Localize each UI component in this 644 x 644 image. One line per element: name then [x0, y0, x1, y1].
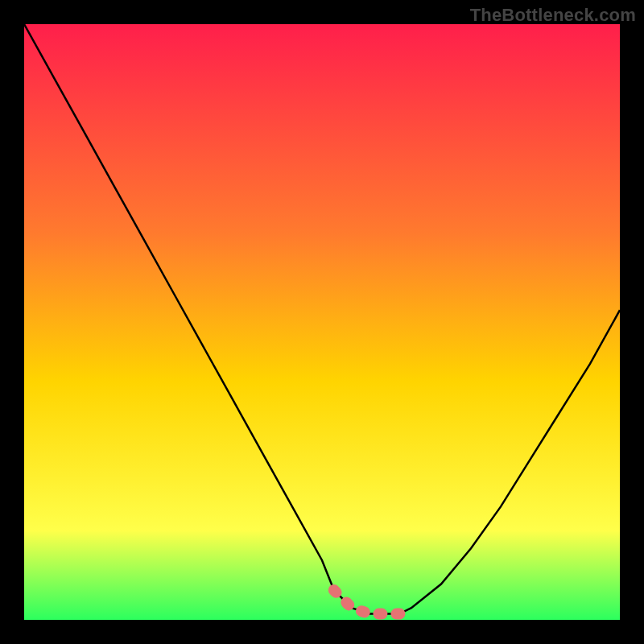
gradient-background	[24, 24, 620, 620]
plot-area	[24, 24, 620, 620]
chart-frame: TheBottleneck.com	[0, 0, 644, 644]
plot-svg	[24, 24, 620, 620]
watermark-text: TheBottleneck.com	[470, 5, 636, 26]
